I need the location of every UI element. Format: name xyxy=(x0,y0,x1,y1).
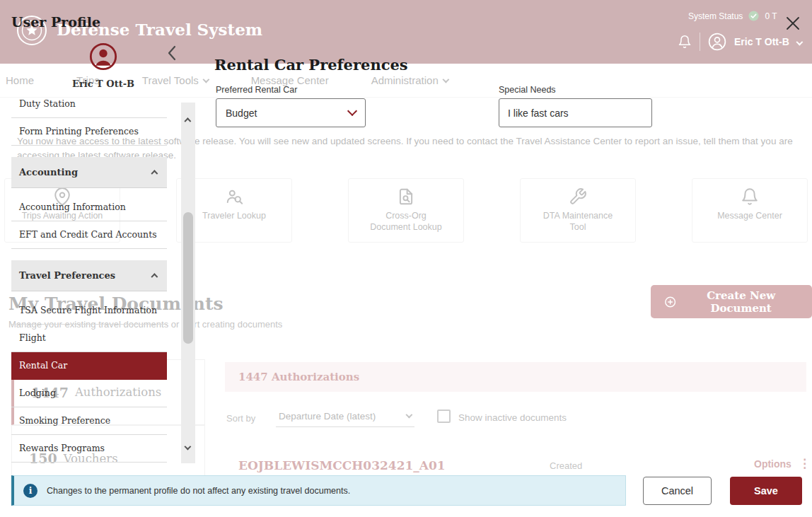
sidebar-group-accounting[interactable]: Accounting xyxy=(11,157,167,188)
sidebar-item-smoking-preference[interactable]: Smoking Preference xyxy=(11,407,167,435)
preferred-rental-car-select[interactable]: Budget xyxy=(216,98,366,127)
chevron-down-icon xyxy=(347,106,357,116)
section-heading: Rental Car Preferences xyxy=(214,56,408,74)
back-chevron-left-icon[interactable] xyxy=(166,44,178,64)
info-banner: i Changes to the permanent profile do no… xyxy=(11,475,626,506)
preferred-rental-car-label: Preferred Rental Car xyxy=(216,85,297,95)
user-profile-modal: User Profile Eric T Ott-B Rental Car Pre… xyxy=(0,0,812,517)
cancel-button[interactable]: Cancel xyxy=(643,477,712,505)
sidebar-item-rewards-programs[interactable]: Rewards Programs xyxy=(11,435,167,463)
sidebar-item-form-printing-preferences[interactable]: Form Printing Preferences xyxy=(11,118,167,146)
close-icon[interactable] xyxy=(782,13,804,35)
sidebar-group-label: Travel Preferences xyxy=(19,270,115,281)
profile-avatar-block: Eric T Ott-B xyxy=(68,42,139,89)
modal-title: User Profile xyxy=(11,14,100,30)
special-needs-input[interactable] xyxy=(499,98,652,127)
sidebar-item-duty-station[interactable]: Duty Station xyxy=(11,91,167,118)
profile-sidebar: Duty Station Form Printing Preferences A… xyxy=(11,91,167,463)
sidebar-scrollbar-thumb[interactable] xyxy=(183,212,193,344)
screen: Defense Travel System System Status 0 T … xyxy=(0,0,812,517)
sidebar-item-eft-and-credit-card-accounts[interactable]: EFT and Credit Card Accounts xyxy=(11,221,167,249)
sidebar-item-accounting-information[interactable]: Accounting Information xyxy=(11,194,167,221)
sidebar-item-lodging[interactable]: Lodging xyxy=(11,380,167,407)
info-banner-text: Changes to the permanent profile do not … xyxy=(47,486,350,496)
info-icon: i xyxy=(23,484,37,498)
profile-user-name: Eric T Ott-B xyxy=(68,79,139,89)
chevron-up-icon xyxy=(151,273,158,280)
save-button[interactable]: Save xyxy=(730,477,802,505)
sidebar-item-rental-car[interactable]: Rental Car xyxy=(11,352,167,380)
sidebar-group-label: Accounting xyxy=(19,167,78,178)
preferred-rental-car-value: Budget xyxy=(226,108,257,119)
chevron-up-icon xyxy=(151,170,158,177)
sidebar-item-tsa-secure-flight-information[interactable]: TSA Secure Flight Information xyxy=(11,297,167,325)
sidebar-group-travel-preferences[interactable]: Travel Preferences xyxy=(11,260,167,291)
special-needs-label: Special Needs xyxy=(499,85,556,95)
sidebar-item-flight[interactable]: Flight xyxy=(11,325,167,352)
user-avatar-icon xyxy=(89,42,117,71)
